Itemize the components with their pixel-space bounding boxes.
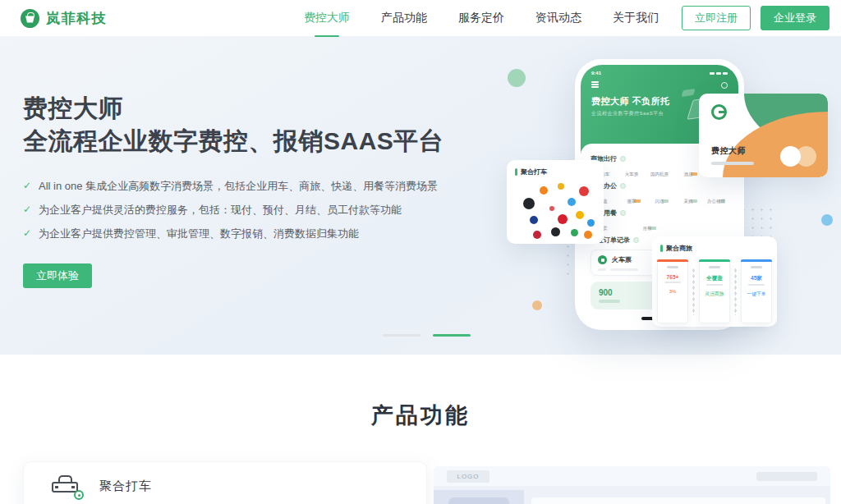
order-label: 火车票	[612, 255, 632, 264]
wireframe-logo-chip: LOGO	[447, 470, 489, 483]
travel-card-title: 聚合商旅	[666, 244, 692, 253]
brand-logo[interactable]: 岚菲科技	[21, 9, 107, 28]
taxi-icon	[52, 475, 81, 498]
decor-orange-dot	[532, 300, 542, 310]
app-domestic-flight: 国内机票	[647, 168, 672, 178]
hamburger-icon	[591, 81, 599, 89]
brand-pail-icon	[21, 9, 39, 28]
carousel-bar-2-active[interactable]	[433, 334, 471, 337]
card-g-logo-icon	[711, 104, 727, 120]
title-accent-bar	[660, 245, 663, 252]
dashboard-wireframe-preview: LOGO	[434, 466, 830, 504]
nav-item-product-features[interactable]: 产品功能	[381, 11, 427, 25]
support-icon	[721, 82, 728, 89]
app-train-ticket: 火车票	[619, 168, 644, 178]
balance-label-placeholder	[599, 300, 620, 303]
taxi-card-title: 聚合打车	[521, 167, 547, 176]
signal-battery-icons	[710, 72, 728, 75]
decor-blue-dot	[821, 214, 833, 226]
feature-label: 聚合打车	[99, 479, 152, 494]
section-dining: 商务用餐	[591, 208, 728, 218]
landing-page: 岚菲科技 费控大师 产品功能 服务定价 资讯动态 关于我们 立即注册 企业登录 …	[0, 0, 841, 504]
decor-green-circle	[508, 69, 526, 87]
app-nav-row	[581, 76, 738, 89]
balance-value: 900	[599, 288, 620, 297]
taxi-aggregation-card: 聚合打车	[507, 160, 604, 244]
status-time: 9:41	[591, 71, 601, 76]
card-orange-shape	[723, 112, 828, 177]
travel-mini-card-flight: 45家 一键下单	[741, 259, 772, 323]
app-logo-cluster	[507, 180, 604, 239]
brand-name: 岚菲科技	[46, 9, 107, 28]
hero-title-line2: 全流程企业数字费控、报销SAAS平台	[23, 125, 443, 158]
wireframe-topbar-placeholder	[756, 472, 817, 481]
nav-item-expense-master[interactable]: 费控大师	[304, 11, 350, 25]
status-bar: 9:41	[581, 65, 738, 76]
main-nav: 费控大师 产品功能 服务定价 资讯动态 关于我们	[304, 11, 659, 25]
app-flash-delivery: 闪送	[647, 195, 672, 205]
app-moving: 搬家	[619, 195, 644, 205]
travel-mini-card-train: 全覆盖 灵活商旅	[699, 259, 730, 323]
train-ticket-icon	[598, 255, 607, 264]
hero-bullet: ✓为企业客户提供灵活的费控服务，包括：现付、预付、月结、员工付款等功能	[23, 203, 438, 218]
try-now-button[interactable]: 立即体验	[23, 263, 92, 288]
app-dining: 用餐	[635, 222, 659, 232]
card-brand-name: 费控大师	[711, 145, 746, 157]
expense-bank-card: 费控大师	[699, 94, 828, 177]
app-hotel: 酒店	[676, 168, 701, 178]
title-accent-bar	[515, 168, 517, 176]
wireframe-sidebar-item	[448, 497, 509, 504]
travel-aggregation-card: 聚合商旅 765+ 3% 全覆盖 灵活商旅 45家 一键下单	[652, 236, 777, 327]
nav-item-about-us[interactable]: 关于我们	[613, 11, 659, 25]
section-title: 产品功能	[0, 401, 841, 430]
enterprise-login-button[interactable]: 企业登录	[761, 6, 830, 30]
check-icon: ✓	[23, 179, 31, 193]
wireframe-topbar: LOGO	[434, 466, 830, 486]
hero-bullet: ✓All in one 集成企业高频数字消费场景，包括企业用车、商旅、快递、用餐…	[23, 179, 438, 194]
register-button[interactable]: 立即注册	[682, 6, 751, 30]
app-icon-row: 快递 搬家 闪送 采购 办公租赁	[591, 195, 728, 205]
nav-item-pricing[interactable]: 服务定价	[458, 11, 504, 25]
section-badge-icon	[620, 210, 626, 216]
card-subtitle-placeholder	[711, 162, 754, 165]
hero-bullet: ✓为企业客户提供费控管理、审批管理、数字报销、消费数据归集功能	[23, 227, 438, 241]
dotted-separator	[692, 268, 695, 315]
wireframe-content	[524, 490, 830, 504]
hero-title-line1: 费控大师	[23, 92, 443, 125]
app-procurement: 采购	[676, 195, 701, 205]
section-office: 行政办公	[591, 181, 728, 190]
hero-bullet-list: ✓All in one 集成企业高频数字消费场景，包括企业用车、商旅、快递、用餐…	[23, 179, 438, 250]
card-dual-circles-icon	[780, 146, 816, 167]
carousel-indicators	[383, 334, 471, 337]
wireframe-content-card	[531, 497, 825, 504]
travel-mini-card-hotel: 765+ 3%	[657, 259, 688, 323]
dotted-separator	[734, 268, 737, 315]
check-icon: ✓	[23, 203, 31, 217]
hero-banner: 费控大师 全流程企业数字费控、报销SAAS平台 ✓All in one 集成企业…	[0, 36, 841, 355]
check-icon: ✓	[23, 227, 31, 241]
section-badge-icon	[620, 156, 626, 162]
hero-title: 费控大师 全流程企业数字费控、报销SAAS平台	[23, 92, 443, 158]
wireframe-sidebar	[434, 490, 524, 504]
carousel-bar-1[interactable]	[383, 334, 420, 337]
section-badge-icon	[633, 237, 639, 243]
app-icon-row: 外卖 用餐	[591, 222, 728, 232]
app-office-rental: 办公租赁	[704, 195, 728, 205]
feature-card-taxi[interactable]: 聚合打车	[23, 461, 427, 504]
products-section: 产品功能 聚合打车 LOGO	[0, 355, 841, 504]
header: 岚菲科技 费控大师 产品功能 服务定价 资讯动态 关于我们 立即注册 企业登录	[0, 0, 841, 36]
nav-item-news[interactable]: 资讯动态	[535, 11, 581, 25]
section-badge-icon	[620, 183, 626, 189]
